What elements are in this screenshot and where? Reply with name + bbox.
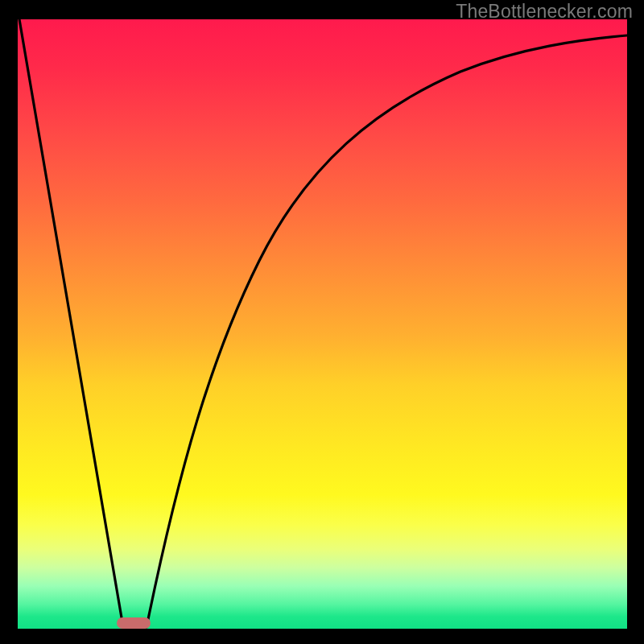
optimal-marker: [117, 617, 151, 629]
curve-left-segment: [19, 19, 123, 627]
chart-area: [18, 19, 627, 629]
curve-right-segment: [147, 35, 627, 627]
chart-curve: [18, 19, 627, 629]
